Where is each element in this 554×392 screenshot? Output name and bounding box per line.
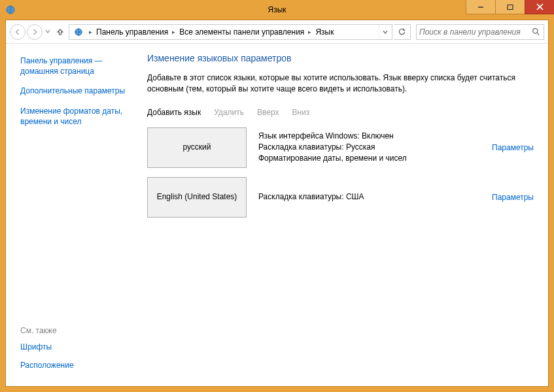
search-icon[interactable] bbox=[530, 27, 541, 36]
main-panel: Изменение языковых параметров Добавьте в… bbox=[138, 44, 548, 386]
globe-language-icon bbox=[5, 5, 16, 15]
language-tile[interactable]: English (United States) bbox=[147, 177, 247, 218]
svg-rect-2 bbox=[508, 5, 513, 9]
up-button[interactable] bbox=[53, 25, 67, 39]
lang-detail-line: Раскладка клавиатуры: Русская bbox=[258, 142, 480, 153]
minimize-button[interactable] bbox=[466, 0, 496, 14]
page-heading: Изменение языковых параметров bbox=[147, 53, 536, 63]
chevron-right-icon[interactable]: ▸ bbox=[169, 29, 178, 35]
history-dropdown-icon[interactable] bbox=[44, 28, 52, 35]
breadcrumb-item[interactable]: Панель управления bbox=[95, 27, 169, 37]
breadcrumb-item[interactable]: Все элементы панели управления bbox=[178, 27, 305, 37]
see-also-label: См. также bbox=[20, 326, 130, 335]
forward-button[interactable] bbox=[27, 24, 43, 40]
language-row[interactable]: English (United States) Раскладка клавиа… bbox=[147, 177, 536, 218]
remove-language-button[interactable]: Удалить bbox=[214, 108, 244, 117]
svg-line-7 bbox=[537, 33, 539, 35]
page-description: Добавьте в этот список языки, которые вы… bbox=[147, 73, 536, 95]
titlebar: Язык bbox=[0, 0, 554, 20]
search-box[interactable] bbox=[416, 24, 544, 40]
language-details: Язык интерфейса Windows: Включен Расклад… bbox=[258, 131, 480, 165]
content-area: Панель управления — домашняя страница До… bbox=[6, 44, 548, 386]
address-dropdown-icon[interactable] bbox=[379, 25, 390, 39]
svg-point-6 bbox=[532, 29, 537, 33]
back-button[interactable] bbox=[10, 24, 26, 40]
move-down-button[interactable]: Вниз bbox=[292, 108, 310, 117]
search-input[interactable] bbox=[419, 27, 530, 37]
window-body: ▸ Панель управления ▸ Все элементы панел… bbox=[5, 20, 549, 387]
chevron-right-icon[interactable]: ▸ bbox=[86, 29, 95, 35]
navbar: ▸ Панель управления ▸ Все элементы панел… bbox=[6, 20, 548, 44]
language-tile[interactable]: русский bbox=[147, 127, 247, 168]
add-language-button[interactable]: Добавить язык bbox=[147, 108, 201, 117]
window-controls bbox=[466, 0, 554, 14]
breadcrumb-item[interactable]: Язык bbox=[314, 27, 335, 37]
lang-detail-line: Раскладка клавиатуры: США bbox=[258, 191, 480, 203]
globe-language-icon bbox=[73, 27, 84, 37]
language-row[interactable]: русский Язык интерфейса Windows: Включен… bbox=[147, 127, 536, 168]
chevron-right-icon[interactable]: ▸ bbox=[305, 29, 314, 35]
sidebar-link-home[interactable]: Панель управления — домашняя страница bbox=[20, 56, 130, 76]
sidebar-link-formats[interactable]: Изменение форматов даты, времени и чисел bbox=[20, 106, 130, 127]
close-button[interactable] bbox=[525, 0, 554, 14]
lang-detail-line: Язык интерфейса Windows: Включен bbox=[258, 131, 480, 142]
sidebar-link-advanced[interactable]: Дополнительные параметры bbox=[20, 86, 130, 96]
maximize-button[interactable] bbox=[495, 0, 525, 14]
sidebar: Панель управления — домашняя страница До… bbox=[6, 44, 138, 386]
move-up-button[interactable]: Вверх bbox=[257, 108, 279, 117]
language-list: русский Язык интерфейса Windows: Включен… bbox=[147, 127, 536, 218]
refresh-button[interactable] bbox=[394, 24, 411, 40]
language-toolbar: Добавить язык Удалить Вверх Вниз bbox=[147, 105, 536, 123]
sidebar-link-location[interactable]: Расположение bbox=[20, 360, 130, 370]
lang-detail-line: Форматирование даты, времени и чисел bbox=[258, 153, 480, 164]
sidebar-link-fonts[interactable]: Шрифты bbox=[20, 342, 130, 352]
window-title: Язык bbox=[268, 5, 286, 14]
language-details: Раскладка клавиатуры: США bbox=[258, 191, 480, 203]
see-also-section: Шрифты Расположение bbox=[20, 342, 130, 378]
address-bar[interactable]: ▸ Панель управления ▸ Все элементы панел… bbox=[69, 24, 392, 40]
language-options-link[interactable]: Параметры bbox=[492, 193, 534, 202]
language-options-link[interactable]: Параметры bbox=[492, 143, 534, 152]
